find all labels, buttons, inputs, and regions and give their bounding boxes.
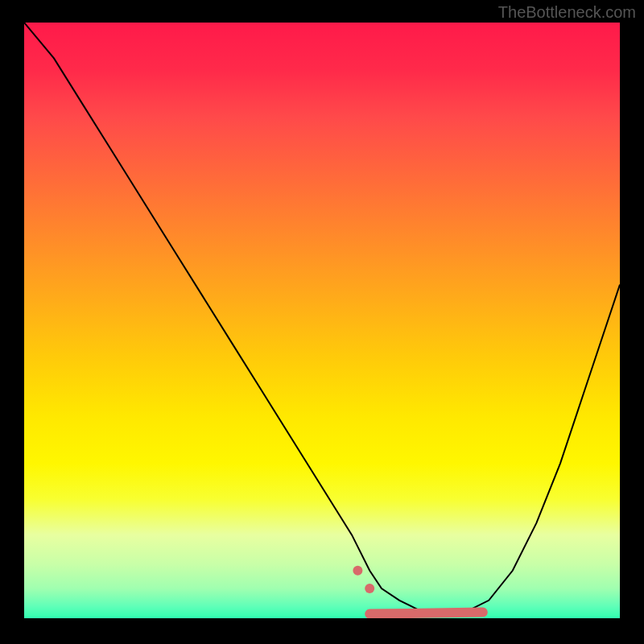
bottleneck-curve: [24, 23, 620, 613]
marker-dot: [365, 584, 374, 593]
marker-dot: [353, 566, 362, 576]
optimal-range-marker: [369, 613, 483, 614]
chart-svg: [24, 23, 620, 618]
plot-area: [24, 23, 620, 618]
marker-dots: [353, 566, 374, 593]
watermark-text: TheBottleneck.com: [498, 3, 636, 22]
